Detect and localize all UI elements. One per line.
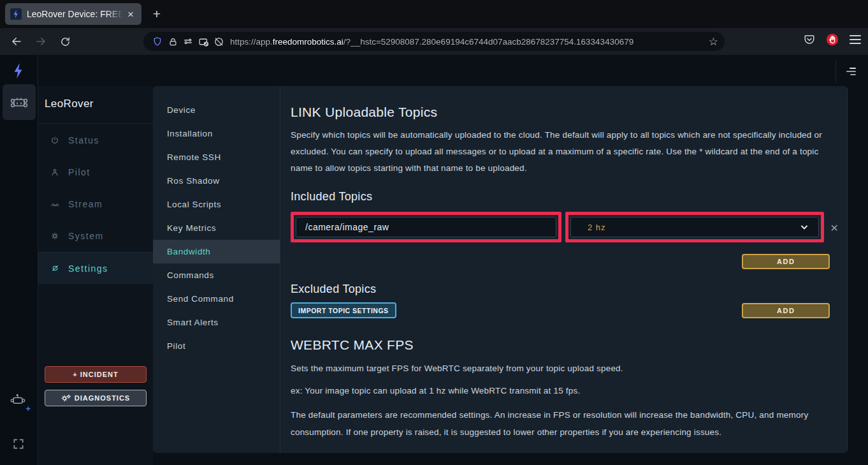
settings-submenu: Device Installation Remote SSH Ros Shado… <box>153 86 280 453</box>
nav-label: Status <box>68 135 99 145</box>
settings-icon <box>50 263 60 274</box>
import-topic-settings-button[interactable]: IMPORT TOPIC SETTINGS <box>291 302 396 318</box>
device-nav: Status Pilot Stream <box>38 124 153 284</box>
highlight-box-topic <box>291 212 561 242</box>
permissions-sliders-icon[interactable] <box>180 34 196 49</box>
section-title-link-uploadable-topics: LINK Uploadable Topics <box>291 105 838 120</box>
excluded-topics-title: Excluded Topics <box>291 283 838 296</box>
rover-icon <box>9 94 29 110</box>
fullscreen-button[interactable] <box>12 438 26 452</box>
nav-item-stream[interactable]: Stream <box>38 188 153 220</box>
nav-label: System <box>68 231 104 241</box>
app-topbar-divider <box>835 60 836 83</box>
nav-label: Pilot <box>68 167 90 177</box>
app-left-rail: + <box>0 55 38 465</box>
nav-item-settings[interactable]: Settings <box>38 252 153 284</box>
url-bar[interactable]: https://app.freedomrobotics.ai/?__hstc=5… <box>143 32 725 51</box>
blocker-extension-icon[interactable] <box>823 31 841 48</box>
submenu-item-send-command[interactable]: Send Command <box>153 287 280 311</box>
tab-favicon-bolt-icon <box>10 8 22 20</box>
browser-tab-bar: LeoRover Device: FREED × + <box>0 0 868 28</box>
blocked-storage-icon[interactable] <box>196 34 211 49</box>
submenu-item-local-scripts[interactable]: Local Scripts <box>153 193 280 216</box>
highlight-box-rate: 2 hz <box>565 212 824 242</box>
toolbar-right-icons <box>800 31 864 48</box>
pilot-person-icon <box>50 167 60 177</box>
submenu-item-device[interactable]: Device <box>153 98 280 122</box>
submenu-item-commands[interactable]: Commands <box>153 263 280 287</box>
freedom-robotics-app: + LeoRover Status <box>0 55 868 465</box>
diagnostics-button[interactable]: DIAGNOSTICS <box>45 390 147 406</box>
device-sidebar: LeoRover Status Pilot <box>38 86 153 465</box>
excluded-add-button[interactable]: ADD <box>742 303 830 318</box>
webrtc-p2: ex: Your image topic can upload at 1 hz … <box>291 385 838 397</box>
screenshot-root: LeoRover Device: FREED × + <box>0 0 868 465</box>
reload-icon[interactable] <box>55 31 75 52</box>
rate-select-value: 2 hz <box>588 223 606 232</box>
pocket-icon[interactable] <box>800 31 818 48</box>
diagnostics-gears-icon <box>61 394 71 402</box>
device-name: LeoRover <box>45 98 153 114</box>
sidebar-divider <box>38 123 153 124</box>
forward-icon[interactable] <box>31 31 51 52</box>
submenu-item-key-metrics[interactable]: Key Metrics <box>153 216 280 240</box>
included-topic-row: 2 hz × <box>291 212 838 242</box>
layout-sort-icon[interactable] <box>843 66 857 77</box>
tab-close-icon[interactable]: × <box>125 8 136 20</box>
device-rover-button[interactable] <box>3 84 36 120</box>
submenu-item-remote-ssh[interactable]: Remote SSH <box>153 145 280 169</box>
new-tab-button[interactable]: + <box>148 5 166 23</box>
chevron-down-icon <box>799 222 809 232</box>
submenu-item-ros-shadow[interactable]: Ros Shadow <box>153 169 280 193</box>
nav-item-pilot[interactable]: Pilot <box>38 156 153 188</box>
rate-select[interactable]: 2 hz <box>570 217 819 237</box>
content-scrollbar[interactable] <box>847 86 848 453</box>
remove-topic-icon[interactable]: × <box>830 221 838 234</box>
system-gear-icon <box>50 231 60 241</box>
url-scheme: https://app. <box>230 37 273 47</box>
incident-button[interactable]: + INCIDENT <box>45 366 147 383</box>
bandwidth-content: LINK Uploadable Topics Specify which top… <box>280 86 847 453</box>
bookmark-star-icon[interactable]: ☆ <box>709 35 718 48</box>
included-topics-title: Included Topics <box>291 190 838 203</box>
nav-label: Settings <box>68 263 108 274</box>
add-rover-icon <box>9 393 27 407</box>
settings-card: Device Installation Remote SSH Ros Shado… <box>153 86 848 453</box>
fullscreen-icon <box>12 438 25 450</box>
url-domain: freedomrobotics.ai <box>273 37 344 47</box>
url-text: https://app.freedomrobotics.ai/?__hstc=5… <box>230 37 706 47</box>
submenu-item-pilot[interactable]: Pilot <box>153 334 280 358</box>
included-add-row: ADD <box>291 254 838 269</box>
hamburger-menu-icon[interactable] <box>846 31 864 48</box>
submenu-item-installation[interactable]: Installation <box>153 122 280 145</box>
nav-item-system[interactable]: System <box>38 220 153 252</box>
webrtc-p3: The default parameters are recommended s… <box>291 406 834 441</box>
stream-waves-icon <box>50 199 60 209</box>
webrtc-p1: Sets the maximum target FPS for WebRTC s… <box>291 362 838 375</box>
included-add-button[interactable]: ADD <box>742 254 830 269</box>
url-path: /?__hstc=52908087.280e69194c6744d07aacb2… <box>344 37 633 47</box>
submenu-item-smart-alerts[interactable]: Smart Alerts <box>153 311 280 334</box>
section-description: Specify which topics will be automatical… <box>291 127 834 177</box>
add-device-button[interactable]: + <box>9 393 29 412</box>
topic-name-input[interactable] <box>296 217 556 237</box>
excluded-actions-row: IMPORT TOPIC SETTINGS ADD <box>291 302 838 318</box>
nav-label: Stream <box>68 199 103 209</box>
webrtc-title: WEBRTC MAX FPS <box>291 337 838 353</box>
lock-icon[interactable] <box>165 34 180 49</box>
nav-item-status[interactable]: Status <box>38 124 153 156</box>
tracking-shield-icon[interactable] <box>150 34 165 49</box>
app-logo-bolt-icon[interactable] <box>11 63 27 79</box>
status-power-icon <box>50 135 60 145</box>
tab-title: LeoRover Device: FREED <box>27 9 125 19</box>
submenu-item-bandwidth[interactable]: Bandwidth <box>153 240 280 263</box>
plus-badge: + <box>25 404 31 413</box>
back-icon[interactable] <box>6 31 27 52</box>
browser-tab[interactable]: LeoRover Device: FREED × <box>5 3 141 25</box>
autoplay-blocked-icon[interactable] <box>211 34 226 49</box>
diagnostics-label: DIAGNOSTICS <box>75 394 130 402</box>
